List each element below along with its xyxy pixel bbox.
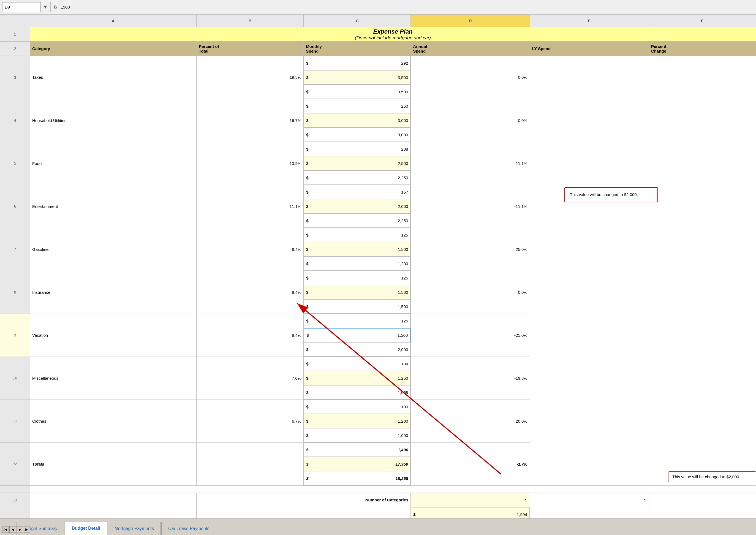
cell-c6[interactable]: $167: [304, 185, 410, 199]
cell-d9[interactable]: $1,500: [304, 328, 410, 342]
cell-b12: [197, 442, 304, 486]
cell-d6[interactable]: $2,000: [304, 199, 410, 213]
cell-d13[interactable]: 9: [411, 493, 530, 507]
cell-d3[interactable]: $3,500: [304, 70, 410, 85]
blank-row-13a: [0, 486, 756, 493]
cell-d8[interactable]: $1,500: [304, 285, 410, 299]
tab-nav-first[interactable]: |◀: [2, 526, 9, 533]
cell-a4[interactable]: Household Utilities: [30, 99, 197, 142]
table-row: 7 Gasoline 8.4% $125 $1,500 $1,200 25.0%: [0, 228, 756, 271]
cell-c3[interactable]: $292: [304, 56, 410, 70]
row-num-7: 7: [0, 228, 30, 271]
sub-title: (Does not include mortgage and car): [32, 35, 753, 41]
cell-e3[interactable]: $3,500: [304, 85, 410, 99]
tab-car-lease-payments[interactable]: Car Lease Payments: [161, 522, 216, 535]
row-num-11: 11: [0, 400, 30, 442]
cell-b5[interactable]: 13.9%: [197, 142, 304, 185]
cell-f10[interactable]: -19.8%: [411, 356, 530, 400]
cell-c5[interactable]: $208: [304, 142, 410, 156]
header-annual: AnnualSpend: [411, 42, 530, 56]
col-header-c[interactable]: C: [304, 14, 411, 27]
cell-c7[interactable]: $125: [304, 228, 410, 242]
cell-c10[interactable]: $104: [304, 356, 410, 371]
cell-a7[interactable]: Gasoline: [30, 228, 197, 271]
cell-c4[interactable]: $250: [304, 99, 410, 113]
cell-e12[interactable]: $18,258: [304, 471, 410, 486]
tab-nav-next[interactable]: ▶: [16, 526, 23, 533]
cell-a6[interactable]: Entertainment: [30, 185, 197, 228]
formula-bar-dropdown-icon[interactable]: ▼: [43, 4, 48, 10]
formula-value[interactable]: 1500: [61, 5, 70, 9]
col-header-d[interactable]: D: [411, 14, 530, 27]
cell-d11[interactable]: $1,200: [304, 414, 410, 428]
cell-b10[interactable]: 7.0%: [197, 356, 304, 400]
cell-d5[interactable]: $2,500: [304, 156, 410, 170]
cell-a10[interactable]: Miscellaneous: [30, 356, 197, 400]
cell-e8[interactable]: $1,500: [304, 299, 410, 314]
cell-d7[interactable]: $1,500: [304, 242, 410, 256]
spreadsheet-area: A B C D E F 1 Expense Plan (Does not inc…: [0, 14, 756, 535]
title-row: 1 Expense Plan (Does not include mortgag…: [0, 27, 756, 42]
col-header-b[interactable]: B: [197, 14, 304, 27]
cell-f11[interactable]: 20.0%: [411, 400, 530, 442]
cell-c9[interactable]: $125: [304, 314, 410, 328]
header-ly: LY Spend: [530, 42, 649, 56]
cell-f3[interactable]: 0.0%: [411, 56, 530, 99]
cell-e6[interactable]: $2,250: [304, 213, 410, 228]
cell-b9[interactable]: 8.4%: [197, 314, 304, 356]
cell-c11[interactable]: $100: [304, 400, 410, 414]
cell-e7[interactable]: $1,200: [304, 256, 410, 271]
cell-c12[interactable]: $1,496: [304, 442, 410, 457]
tab-mortgage-payments[interactable]: Mortgage Payments: [108, 522, 161, 535]
cell-e5[interactable]: $2,250: [304, 170, 410, 185]
cell-b7[interactable]: 8.4%: [197, 228, 304, 271]
cell-e10[interactable]: $1,558: [304, 385, 410, 400]
cell-f9[interactable]: -25.0%: [411, 314, 530, 356]
col-header-a[interactable]: A: [30, 14, 197, 27]
cell-d12[interactable]: $17,950: [304, 457, 410, 471]
cell-a12[interactable]: Totals: [30, 442, 197, 486]
row-num-1: 1: [0, 27, 30, 42]
cell-f5[interactable]: 11.1%: [411, 142, 530, 185]
cell-f8[interactable]: 0.0%: [411, 271, 530, 314]
cell-e4[interactable]: $3,000: [304, 127, 410, 142]
cell-f6[interactable]: -11.1%: [411, 185, 530, 228]
col-header-f[interactable]: F: [649, 14, 756, 27]
cell-b11[interactable]: 6.7%: [197, 400, 304, 442]
table-row: 8 Insurance 8.4% $125 $1,500 $1,500 0.0%: [0, 271, 756, 314]
stats-row-13: 13 Number of Categories 9 9 This value w…: [0, 493, 756, 507]
cell-a13: [30, 493, 197, 507]
cell-c8[interactable]: $125: [304, 271, 410, 285]
cell-b8[interactable]: 8.4%: [197, 271, 304, 314]
cell-d4[interactable]: $3,000: [304, 113, 410, 127]
cell-e11[interactable]: $1,000: [304, 428, 410, 442]
cell-b6[interactable]: 11.1%: [197, 185, 304, 228]
tab-nav-last[interactable]: ▶|: [24, 526, 30, 533]
title-cell[interactable]: Expense Plan (Does not include mortgage …: [30, 27, 756, 42]
tab-budget-detail[interactable]: Budget Detail: [65, 522, 107, 535]
cell-a5[interactable]: Food: [30, 142, 197, 185]
cell-e9[interactable]: $2,000: [304, 342, 410, 356]
cell-f12[interactable]: -1.7%: [411, 442, 530, 486]
cell-d10[interactable]: $1,250: [304, 371, 410, 385]
cell-a11[interactable]: Clothes: [30, 400, 197, 442]
cell-reference-box[interactable]: D9: [2, 2, 41, 12]
cell-a9[interactable]: Vacation: [30, 314, 197, 356]
table-row: 4 Household Utilities 16.7% $250 $3,000 …: [0, 99, 756, 142]
col-header-e[interactable]: E: [530, 14, 649, 27]
totals-row: 12 Totals $1,496 $17,950 $18,258 -1.7%: [0, 442, 756, 486]
blank-cell-13: [30, 486, 756, 493]
row-num-2: 2: [0, 42, 30, 56]
header-percent: Percent ofTotal: [197, 42, 304, 56]
cell-a8[interactable]: Insurance: [30, 271, 197, 314]
annotation-box: This value will be changed to $2,000.: [668, 471, 756, 482]
cell-a3[interactable]: Taxes: [30, 56, 197, 99]
cell-b4[interactable]: 16.7%: [197, 99, 304, 142]
header-change: PercentChange: [649, 42, 756, 56]
cell-f4[interactable]: 0.0%: [411, 99, 530, 142]
tab-nav-prev[interactable]: ◀: [9, 526, 16, 533]
cell-b3[interactable]: 19.5%: [197, 56, 304, 99]
cell-f7[interactable]: 25.0%: [411, 228, 530, 271]
row-num-13-blank: [0, 486, 30, 493]
cell-e13[interactable]: 9: [530, 493, 649, 507]
